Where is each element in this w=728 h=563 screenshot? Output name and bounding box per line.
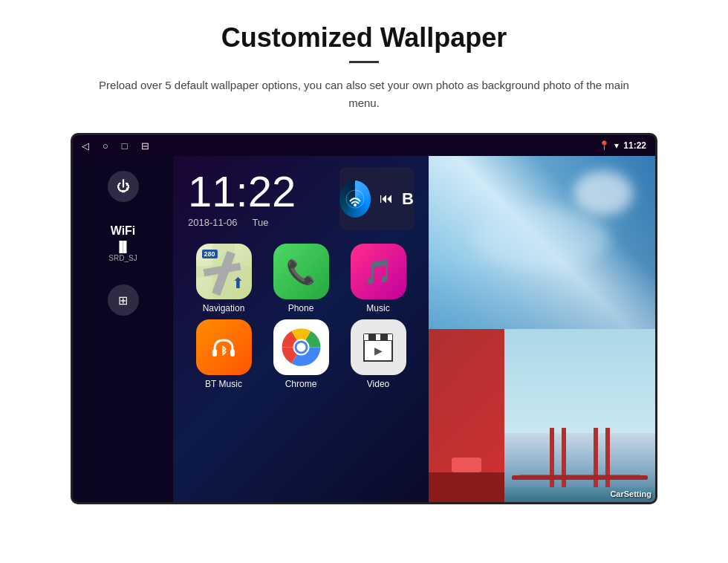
android-content: ⏻ WiFi ▐▌ SRD_SJ ⊞ 11:22 2018-11-06 Tue bbox=[73, 156, 655, 502]
apps-button[interactable]: ⊞ bbox=[108, 284, 139, 316]
btmusic-label: BT Music bbox=[205, 379, 242, 389]
clock-section: 11:22 2018-11-06 Tue bbox=[173, 156, 429, 238]
clock-date: 2018-11-06 Tue bbox=[188, 217, 325, 228]
date-value: 2018-11-06 bbox=[188, 217, 238, 228]
car-setting-label: CarSetting bbox=[610, 489, 651, 498]
navigation-label: Navigation bbox=[203, 303, 245, 313]
chrome-label: Chrome bbox=[285, 379, 317, 389]
app-btmusic[interactable]: BT Music bbox=[188, 319, 259, 389]
nav-icons: ◁ ○ □ ⊟ bbox=[82, 140, 149, 152]
device-frame: ◁ ○ □ ⊟ 📍 ▾ 11:22 ⏻ WiFi ▐▌ SRD_SJ bbox=[71, 133, 657, 504]
signal-svg bbox=[344, 188, 366, 210]
wallpaper-red-shelf[interactable] bbox=[429, 329, 504, 502]
wifi-icon: ▾ bbox=[614, 140, 619, 151]
wifi-widget: WiFi ▐▌ SRD_SJ bbox=[108, 224, 137, 262]
sidebar: ⏻ WiFi ▐▌ SRD_SJ ⊞ bbox=[73, 156, 173, 502]
wifi-bars: ▐▌ bbox=[108, 241, 137, 253]
video-label: Video bbox=[367, 379, 389, 389]
media-controls: ⏮ B bbox=[380, 189, 414, 209]
media-icon bbox=[339, 180, 371, 218]
svg-rect-2 bbox=[212, 349, 217, 357]
phone-label: Phone bbox=[288, 303, 314, 313]
wifi-title: WiFi bbox=[108, 224, 137, 238]
chrome-icon bbox=[273, 319, 329, 375]
music-label: Music bbox=[366, 303, 389, 313]
navigation-icon: 280 ⬆ bbox=[196, 244, 252, 299]
home-icon[interactable]: ○ bbox=[103, 140, 108, 152]
wallpaper-ice[interactable] bbox=[429, 156, 655, 329]
title-divider bbox=[349, 61, 379, 63]
ice-highlight bbox=[573, 171, 633, 215]
page-subtitle: Preload over 5 default wallpaper options… bbox=[97, 77, 631, 112]
chrome-svg bbox=[281, 327, 322, 368]
wallpaper-bottom-row: CarSetting bbox=[429, 329, 655, 502]
status-icons: 📍 ▾ 11:22 bbox=[599, 140, 646, 151]
page-wrapper: Customized Wallpaper Preload over 5 defa… bbox=[0, 0, 728, 519]
app-chrome[interactable]: Chrome bbox=[265, 319, 337, 389]
main-area: 11:22 2018-11-06 Tue bbox=[173, 156, 429, 502]
app-navigation[interactable]: 280 ⬆ Navigation bbox=[188, 244, 259, 313]
day-value: Tue bbox=[253, 217, 269, 228]
svg-point-1 bbox=[354, 204, 357, 206]
svg-point-7 bbox=[296, 343, 305, 352]
app-grid: 280 ⬆ Navigation 📞 Phone 🎵 Music bbox=[173, 238, 429, 400]
app-phone[interactable]: 📞 Phone bbox=[265, 244, 337, 313]
app-video[interactable]: ▶ Video bbox=[342, 319, 414, 389]
recent-icon[interactable]: □ bbox=[122, 140, 128, 152]
nav-badge: 280 bbox=[202, 250, 218, 258]
letter-b-label: B bbox=[402, 189, 414, 209]
play-icon: ▶ bbox=[374, 345, 383, 357]
back-icon[interactable]: ◁ bbox=[82, 140, 89, 152]
status-bar: ◁ ○ □ ⊟ 📍 ▾ 11:22 bbox=[73, 135, 655, 156]
media-widget: ⏮ B bbox=[339, 167, 414, 230]
svg-rect-3 bbox=[230, 349, 235, 357]
wallpaper-previews: CarSetting bbox=[429, 156, 655, 502]
btmusic-icon bbox=[196, 319, 252, 375]
page-title: Customized Wallpaper bbox=[45, 22, 683, 53]
nav-arrow-icon: ⬆ bbox=[232, 274, 244, 292]
clock-time: 11:22 bbox=[188, 170, 325, 213]
more-icon[interactable]: ⊟ bbox=[141, 140, 149, 152]
location-icon: 📍 bbox=[599, 140, 610, 151]
phone-icon: 📞 bbox=[273, 244, 329, 299]
status-time: 11:22 bbox=[623, 140, 646, 151]
app-music[interactable]: 🎵 Music bbox=[342, 244, 414, 313]
bt-svg bbox=[209, 333, 238, 362]
wallpaper-bridge[interactable]: CarSetting bbox=[504, 329, 655, 502]
power-button[interactable]: ⏻ bbox=[108, 171, 139, 202]
music-icon: 🎵 bbox=[351, 244, 406, 299]
clapboard: ▶ bbox=[363, 333, 393, 362]
prev-icon[interactable]: ⏮ bbox=[380, 191, 393, 206]
wifi-name: SRD_SJ bbox=[108, 254, 137, 262]
video-icon: ▶ bbox=[351, 319, 406, 375]
clock-datetime: 11:22 2018-11-06 Tue bbox=[188, 170, 325, 228]
